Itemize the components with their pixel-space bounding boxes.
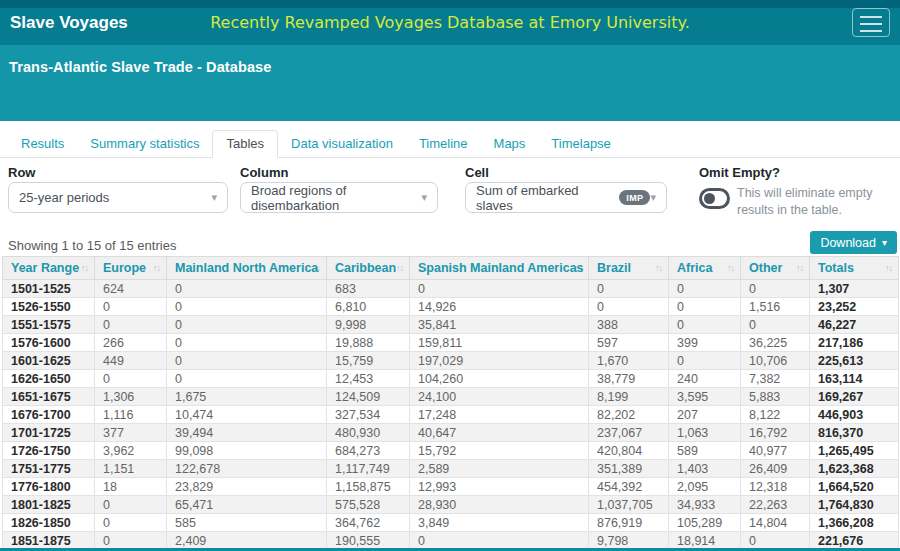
tab-results[interactable]: Results [8,131,77,157]
menu-button[interactable] [852,8,890,37]
row-select[interactable]: 25-year periods ▾ [8,182,228,213]
table-cell: 39,494 [167,424,327,442]
table-cell: 480,930 [327,424,410,442]
top-navbar: Slave Voyages Recently Revamped Voyages … [0,0,900,45]
table-cell: 1701-1725 [3,424,95,442]
tab-summary-statistics[interactable]: Summary statistics [77,131,212,157]
table-cell: 388 [589,316,669,334]
column-header-totals[interactable]: ↑↓Totals [810,257,899,280]
table-cell: 1,623,368 [810,460,899,478]
tab-data-visualization[interactable]: Data visualization [278,131,406,157]
table-cell: 26,409 [741,460,810,478]
table-cell: 0 [95,496,167,514]
table-cell: 12,453 [327,370,410,388]
table-cell: 1601-1625 [3,352,95,370]
headline-text: Recently Revamped Voyages Database at Em… [210,13,690,32]
table-cell: 454,392 [589,478,669,496]
table-cell: 0 [167,298,327,316]
table-cell: 327,534 [327,406,410,424]
tab-tables[interactable]: Tables [212,130,278,158]
table-row: 1701-172537739,494480,93040,647237,0671,… [3,424,899,442]
column-header-other[interactable]: ↑↓Other [741,257,810,280]
table-row: 1676-17001,11610,474327,53417,24882,2022… [3,406,899,424]
table-cell: 207 [669,406,741,424]
table-cell: 1751-1775 [3,460,95,478]
column-header-spanish-mainland-americas[interactable]: ↑↓Spanish Mainland Americas [410,257,589,280]
table-cell: 18,914 [669,532,741,550]
table-cell: 16,792 [741,424,810,442]
column-header-europe[interactable]: ↑↓Europe [95,257,167,280]
brand-title[interactable]: Slave Voyages [10,13,128,33]
table-row: 1801-1825065,471575,52828,9301,037,70534… [3,496,899,514]
table-cell: 399 [669,334,741,352]
table-cell: 7,382 [741,370,810,388]
column-header-year-range[interactable]: ↑↓Year Range [3,257,95,280]
column-label: Other [749,261,782,275]
column-select-value: Broad regions of disembarkation [251,183,421,213]
table-cell: 364,762 [327,514,410,532]
column-select[interactable]: Broad regions of disembarkation ▾ [240,182,438,213]
table-cell: 0 [95,370,167,388]
table-row: 1626-16500012,453104,26038,7792407,38216… [3,370,899,388]
table-cell: 23,829 [167,478,327,496]
table-cell: 597 [589,334,669,352]
table-cell: 1651-1675 [3,388,95,406]
table-cell: 34,933 [669,496,741,514]
table-cell: 17,248 [410,406,589,424]
tab-bar: ResultsSummary statisticsTablesData visu… [0,131,900,158]
menu-icon [853,16,889,32]
table-cell: 0 [669,352,741,370]
table-cell: 420,804 [589,442,669,460]
table-cell: 1801-1825 [3,496,95,514]
sort-icon: ↑↓ [885,263,892,273]
omit-empty-description: This will eliminate empty results in the… [737,185,897,219]
table-cell: 1,037,705 [589,496,669,514]
chevron-down-icon: ▾ [421,191,427,204]
row-label: Row [8,165,35,180]
table-cell: 14,926 [410,298,589,316]
tab-timelapse[interactable]: Timelapse [538,131,623,157]
table-cell: 0 [95,298,167,316]
table-cell: 2,589 [410,460,589,478]
table-cell: 1,117,749 [327,460,410,478]
table-cell: 1626-1650 [3,370,95,388]
table-cell: 1726-1750 [3,442,95,460]
column-header-mainland-north-america[interactable]: ↑↓Mainland North America [167,257,327,280]
table-cell: 10,706 [741,352,810,370]
tab-maps[interactable]: Maps [481,131,539,157]
table-cell: 8,199 [589,388,669,406]
table-cell: 3,595 [669,388,741,406]
download-button[interactable]: Download ▾ [810,231,897,254]
table-cell: 684,273 [327,442,410,460]
table-cell: 0 [589,298,669,316]
table-row: 1576-1600266019,888159,81159739936,22521… [3,334,899,352]
table-cell: 2,409 [167,532,327,550]
column-label: Europe [103,261,146,275]
sort-icon: ↑↓ [655,263,662,273]
column-header-africa[interactable]: ↑↓Africa [669,257,741,280]
sort-icon: ↑↓ [396,263,403,273]
table-cell: 1,116 [95,406,167,424]
table-cell: 0 [741,532,810,550]
table-cell: 816,370 [810,424,899,442]
table-cell: 0 [167,370,327,388]
table-cell: 1,764,830 [810,496,899,514]
column-label: Totals [818,261,854,275]
cell-select[interactable]: Sum of embarked slaves IMP ▾ [465,182,667,213]
tab-timeline[interactable]: Timeline [406,131,481,157]
table-cell: 190,555 [327,532,410,550]
table-cell: 104,260 [410,370,589,388]
table-cell: 122,678 [167,460,327,478]
table-cell: 0 [410,280,589,298]
column-header-brazil[interactable]: ↑↓Brazil [589,257,669,280]
omit-empty-toggle[interactable] [699,188,730,209]
toggle-off-icon [704,193,715,204]
table-cell: 0 [669,280,741,298]
table-cell: 8,122 [741,406,810,424]
table-cell: 1851-1875 [3,532,95,550]
chevron-down-icon: ▾ [211,191,217,204]
table-cell: 1526-1550 [3,298,95,316]
table-cell: 221,676 [810,532,899,550]
table-cell: 159,811 [410,334,589,352]
column-header-caribbean[interactable]: ↑↓Caribbean [327,257,410,280]
